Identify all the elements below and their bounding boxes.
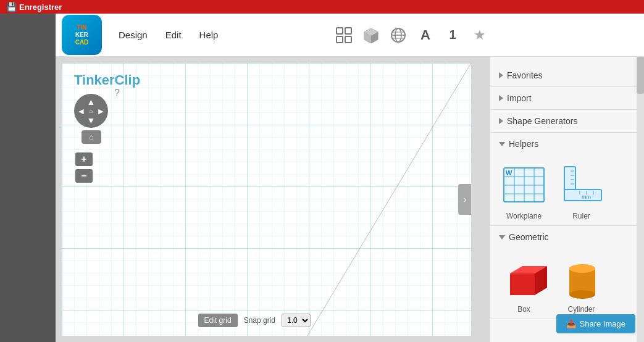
grid-icon[interactable]: [334, 25, 354, 45]
geometric-grid: Box Cylind: [490, 248, 644, 319]
shape-generators-label: Shape Generators: [507, 116, 577, 126]
star-icon[interactable]: ★: [470, 25, 490, 45]
compass-center: ⌂: [89, 107, 93, 114]
helpers-collapse-icon: [499, 142, 505, 146]
panel-section-helpers: Helpers: [490, 133, 644, 226]
ruler-shape[interactable]: mm Ruler: [555, 160, 608, 220]
compass-control[interactable]: ▲ ◄ ⌂ ► ▼: [74, 94, 108, 128]
share-label: Share Image: [580, 319, 625, 328]
svg-text:mm: mm: [582, 194, 591, 200]
project-title: TinkerClip: [74, 72, 140, 88]
globe-icon[interactable]: [388, 25, 408, 45]
svg-rect-16: [62, 63, 471, 336]
scrollbar[interactable]: [637, 57, 644, 342]
grid-svg: [62, 63, 471, 336]
home-button[interactable]: ⌂: [82, 130, 101, 144]
share-icon: 📤: [566, 319, 576, 328]
ruler-label: Ruler: [572, 212, 590, 220]
help-hint[interactable]: ?: [114, 88, 120, 99]
import-collapse-icon: [499, 95, 503, 101]
compass-up-arrow: ▲: [77, 98, 106, 106]
panel-section-shape-generators: Shape Generators: [490, 110, 644, 133]
import-header[interactable]: Import: [490, 87, 644, 109]
panel-section-favorites: Favorites: [490, 64, 644, 87]
cylinder-label: Cylinder: [567, 305, 595, 314]
svg-rect-2: [337, 36, 343, 43]
right-panel: Favorites Import Shape Generators Helper…: [490, 57, 644, 342]
compass-left-arrow: ◄: [77, 106, 86, 116]
bottom-controls: Edit grid Snap grid 1.0 0.5 2.0: [198, 314, 311, 327]
chevron-right-icon: ›: [464, 194, 467, 204]
save-icon: 💾: [6, 2, 17, 12]
zoom-in-button[interactable]: +: [75, 152, 93, 166]
helpers-label: Helpers: [509, 139, 538, 149]
geometric-collapse-icon: [499, 235, 505, 240]
home-icon: ⌂: [89, 133, 93, 141]
geometric-header[interactable]: Geometric: [490, 226, 644, 248]
collapse-panel-button[interactable]: ›: [458, 184, 471, 215]
share-image-button[interactable]: 📤 Share Image: [556, 314, 635, 333]
helpers-header[interactable]: Helpers: [490, 133, 644, 155]
svg-point-42: [569, 264, 595, 273]
ruler-thumb: mm: [557, 160, 606, 209]
canvas-area[interactable]: TinkerClip ? ▲ ◄ ⌂ ► ▼: [56, 57, 490, 342]
cube-icon[interactable]: [361, 25, 381, 45]
shape-gen-collapse-icon: [499, 118, 503, 124]
compass-right-arrow: ►: [97, 106, 106, 116]
favorites-label: Favorites: [507, 70, 543, 80]
box-thumb: [500, 253, 549, 302]
number-1-icon[interactable]: 1: [443, 25, 462, 45]
svg-text:W: W: [506, 169, 512, 177]
compass-down-arrow: ▼: [77, 116, 106, 125]
cylinder-thumb: [557, 253, 606, 302]
workplane-label: Workplane: [506, 212, 542, 220]
edit-grid-button[interactable]: Edit grid: [198, 314, 238, 327]
nav-edit[interactable]: Edit: [158, 27, 189, 43]
snap-grid-label: Snap grid: [244, 316, 275, 325]
app-window: TIN KER CAD Design Edit Help: [56, 14, 644, 342]
toolbar-right: A 1 ★: [334, 25, 490, 45]
favorites-collapse-icon: [499, 72, 503, 78]
svg-rect-3: [345, 36, 351, 43]
svg-point-41: [569, 290, 595, 299]
header: TIN KER CAD Design Edit Help: [56, 14, 644, 57]
scrollbar-thumb[interactable]: [637, 57, 644, 94]
svg-rect-0: [337, 28, 343, 34]
box-label: Box: [517, 305, 530, 314]
import-label: Import: [507, 93, 532, 103]
workplane-shape[interactable]: W Workplane: [498, 160, 550, 220]
favorites-header[interactable]: Favorites: [490, 64, 644, 86]
save-label: Enregistrer: [19, 2, 62, 12]
cylinder-shape[interactable]: Cylinder: [555, 253, 608, 314]
nav-design[interactable]: Design: [111, 27, 155, 43]
box-shape[interactable]: Box: [498, 253, 550, 314]
zoom-divider: [75, 167, 93, 168]
logo[interactable]: TIN KER CAD: [62, 15, 102, 55]
save-button[interactable]: 💾 Enregistrer: [6, 2, 62, 12]
workplane-thumb: W: [500, 160, 549, 209]
panel-section-import: Import: [490, 87, 644, 110]
logo-text: TIN KER CAD: [75, 24, 89, 46]
svg-rect-1: [345, 28, 351, 34]
top-bar: 💾 Enregistrer: [0, 0, 644, 14]
svg-marker-37: [510, 273, 535, 295]
helpers-grid: W Workplane: [490, 155, 644, 225]
shape-generators-header[interactable]: Shape Generators: [490, 110, 644, 132]
nav-menu: Design Edit Help: [111, 27, 225, 43]
nav-help[interactable]: Help: [192, 27, 226, 43]
navigation-controls: ▲ ◄ ⌂ ► ▼ ⌂: [74, 94, 108, 144]
panel-section-geometric: Geometric: [490, 226, 644, 319]
snap-grid-select[interactable]: 1.0 0.5 2.0: [282, 314, 311, 327]
geometric-label: Geometric: [509, 232, 549, 242]
canvas-inner: TinkerClip ? ▲ ◄ ⌂ ► ▼: [62, 63, 471, 336]
zoom-out-button[interactable]: −: [75, 169, 93, 183]
text-A-icon[interactable]: A: [416, 25, 435, 45]
zoom-controls: + −: [75, 152, 93, 183]
